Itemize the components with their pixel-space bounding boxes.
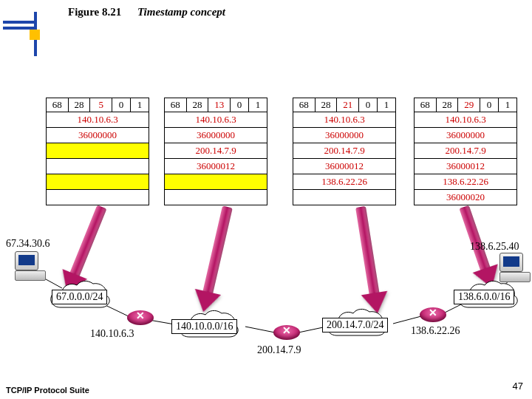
hdr-cell: 28	[69, 98, 91, 112]
accent-square	[30, 30, 40, 40]
table-row: 36000000	[164, 128, 267, 143]
hdr-cell: 68	[414, 98, 437, 112]
hdr-cell: 0	[231, 98, 249, 112]
cloud-label: 67.0.0.0/24	[52, 290, 107, 304]
figure-number: Figure 8.21	[68, 6, 121, 18]
page-number: 47	[513, 381, 523, 392]
footer-text: TCP/IP Protocol Suite	[6, 386, 89, 395]
router-icon: ✕	[420, 307, 446, 322]
timestamp-table-3: 68 28 21 0 1 140.10.6.3 36000000 200.14.…	[293, 98, 396, 205]
table-header: 68 28 13 0 1	[164, 98, 267, 112]
host-ip-right: 138.6.25.40	[470, 241, 519, 253]
hdr-cell: 0	[359, 98, 378, 112]
table-row: 36000012	[414, 159, 517, 174]
router-icon: ✕	[127, 310, 154, 325]
hdr-cell: 28	[437, 98, 459, 112]
table-row: 36000020	[414, 190, 517, 205]
table-row: 138.6.22.26	[414, 174, 517, 190]
router-label: 140.10.6.3	[90, 328, 134, 340]
hdr-cell-pointer: 29	[458, 98, 480, 112]
svg-line-5	[393, 316, 421, 324]
table-header: 68 28 5 0 1	[46, 98, 149, 112]
hdr-cell: 68	[293, 98, 316, 112]
table-row	[164, 190, 267, 205]
router-label: 138.6.22.26	[411, 325, 460, 337]
router-icon: ✕	[273, 325, 300, 340]
table-row	[46, 190, 149, 205]
table-row	[46, 174, 149, 190]
svg-line-3	[245, 327, 275, 332]
hdr-cell-pointer: 5	[90, 98, 112, 112]
table-header: 68 28 21 0 1	[293, 98, 396, 112]
table-row: 36000012	[164, 159, 267, 174]
timestamp-table-4: 68 28 29 0 1 140.10.6.3 36000000 200.14.…	[414, 98, 517, 205]
table-row	[46, 143, 149, 159]
slide: Figure 8.21 Timestamp concept 68 28 5 0 …	[0, 0, 532, 399]
table-header: 68 28 29 0 1	[414, 98, 517, 112]
hdr-cell: 1	[499, 98, 517, 112]
table-row: 200.14.7.9	[164, 143, 267, 159]
timestamp-table-2: 68 28 13 0 1 140.10.6.3 36000000 200.14.…	[164, 98, 267, 205]
hdr-cell: 68	[164, 98, 187, 112]
cloud-label: 140.10.0.0/16	[171, 319, 237, 334]
arrow-icon	[347, 205, 390, 316]
cloud-label: 200.14.7.0/24	[322, 318, 388, 332]
table-row: 200.14.7.9	[414, 143, 517, 159]
table-row	[46, 159, 149, 174]
table-row: 36000000	[293, 128, 396, 143]
cloud-label: 138.6.0.0/16	[454, 290, 514, 304]
table-row: 138.6.22.26	[293, 174, 396, 190]
pc-icon	[15, 251, 47, 281]
table-row: 140.10.6.3	[164, 112, 267, 128]
hdr-cell-pointer: 13	[208, 98, 231, 112]
pc-icon	[499, 253, 532, 282]
table-row: 36000012	[293, 159, 396, 174]
table-row: 200.14.7.9	[293, 143, 396, 159]
table-row: 36000000	[414, 128, 517, 143]
hdr-cell: 1	[378, 98, 396, 112]
hdr-cell: 28	[316, 98, 338, 112]
hdr-cell: 1	[131, 98, 149, 112]
table-row: 140.10.6.3	[293, 112, 396, 128]
hdr-cell-pointer: 21	[337, 98, 359, 112]
table-row	[293, 190, 396, 205]
figure-title: Timestamp concept	[137, 6, 225, 18]
hdr-cell: 28	[187, 98, 209, 112]
table-row: 140.10.6.3	[414, 112, 517, 128]
timestamp-table-1: 68 28 5 0 1 140.10.6.3 36000000	[46, 98, 149, 205]
arrow-icon	[191, 204, 241, 315]
hdr-cell: 68	[46, 98, 69, 112]
hdr-cell: 0	[112, 98, 131, 112]
router-label: 200.14.7.9	[257, 344, 301, 356]
hdr-cell: 0	[480, 98, 499, 112]
accent-bar	[3, 21, 34, 24]
table-row: 36000000	[46, 128, 149, 143]
table-row	[164, 174, 267, 190]
table-row: 140.10.6.3	[46, 112, 149, 128]
host-ip-left: 67.34.30.6	[6, 238, 50, 250]
hdr-cell: 1	[249, 98, 267, 112]
